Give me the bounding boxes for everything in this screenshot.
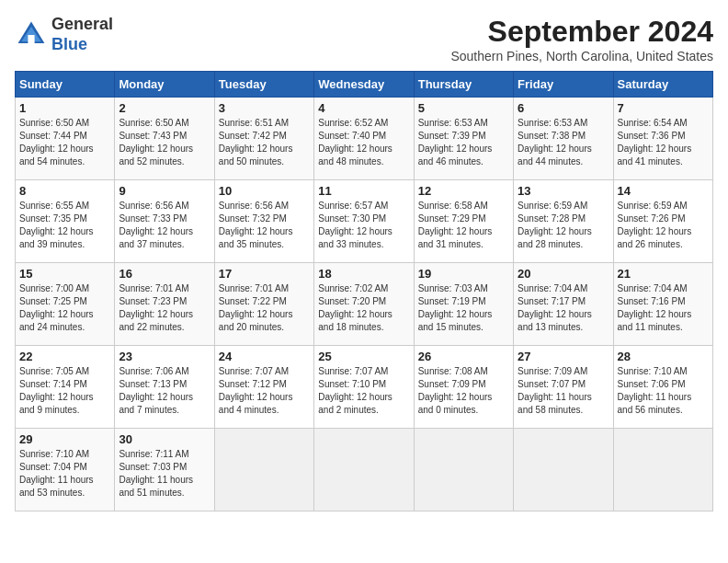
- day-info: Sunrise: 7:01 AMSunset: 7:23 PMDaylight:…: [119, 282, 210, 334]
- day-number: 30: [119, 432, 210, 446]
- day-info: Sunrise: 6:54 AMSunset: 7:36 PMDaylight:…: [618, 117, 709, 168]
- calendar-cell: 24Sunrise: 7:07 AMSunset: 7:12 PMDayligh…: [214, 346, 313, 429]
- day-info: Sunrise: 7:02 AMSunset: 7:20 PMDaylight:…: [318, 282, 409, 334]
- calendar-cell: [414, 429, 513, 511]
- svg-rect-2: [28, 35, 34, 43]
- day-number: 11: [318, 184, 409, 198]
- calendar-cell: 29Sunrise: 7:10 AMSunset: 7:04 PMDayligh…: [16, 429, 115, 511]
- day-number: 26: [418, 350, 509, 363]
- day-number: 18: [318, 267, 409, 281]
- title-area: September 2024 Southern Pines, North Car…: [450, 15, 713, 63]
- day-info: Sunrise: 7:04 AMSunset: 7:16 PMDaylight:…: [618, 282, 709, 334]
- calendar-cell: 17Sunrise: 7:01 AMSunset: 7:22 PMDayligh…: [214, 263, 313, 346]
- calendar-cell: 2Sunrise: 6:50 AMSunset: 7:43 PMDaylight…: [115, 98, 214, 180]
- calendar-cell: 4Sunrise: 6:52 AMSunset: 7:40 PMDaylight…: [314, 98, 414, 180]
- header: General Blue September 2024 Southern Pin…: [15, 15, 713, 63]
- day-number: 9: [119, 184, 210, 198]
- day-info: Sunrise: 6:58 AMSunset: 7:29 PMDaylight:…: [418, 200, 509, 251]
- weekday-header-friday: Friday: [514, 72, 613, 98]
- day-number: 10: [219, 184, 310, 198]
- day-info: Sunrise: 7:05 AMSunset: 7:14 PMDaylight:…: [19, 365, 110, 417]
- day-number: 7: [618, 101, 709, 115]
- calendar-cell: 27Sunrise: 7:09 AMSunset: 7:07 PMDayligh…: [514, 346, 613, 429]
- day-info: Sunrise: 6:55 AMSunset: 7:35 PMDaylight:…: [19, 200, 110, 251]
- month-title: September 2024: [450, 15, 713, 49]
- weekday-header-tuesday: Tuesday: [214, 72, 313, 98]
- day-number: 24: [219, 350, 310, 363]
- calendar-cell: 13Sunrise: 6:59 AMSunset: 7:28 PMDayligh…: [514, 180, 613, 263]
- calendar-cell: 19Sunrise: 7:03 AMSunset: 7:19 PMDayligh…: [414, 263, 513, 346]
- day-info: Sunrise: 7:01 AMSunset: 7:22 PMDaylight:…: [219, 282, 310, 334]
- calendar-cell: 15Sunrise: 7:00 AMSunset: 7:25 PMDayligh…: [16, 263, 115, 346]
- day-info: Sunrise: 7:07 AMSunset: 7:10 PMDaylight:…: [318, 365, 409, 417]
- day-number: 3: [219, 101, 310, 115]
- day-info: Sunrise: 7:09 AMSunset: 7:07 PMDaylight:…: [518, 365, 609, 417]
- calendar-cell: 23Sunrise: 7:06 AMSunset: 7:13 PMDayligh…: [115, 346, 214, 429]
- day-number: 22: [19, 350, 110, 363]
- day-number: 2: [119, 101, 210, 115]
- calendar-cell: 10Sunrise: 6:56 AMSunset: 7:32 PMDayligh…: [214, 180, 313, 263]
- calendar-cell: 5Sunrise: 6:53 AMSunset: 7:39 PMDaylight…: [414, 98, 513, 180]
- calendar-cell: 6Sunrise: 6:53 AMSunset: 7:38 PMDaylight…: [514, 98, 613, 180]
- calendar-cell: 18Sunrise: 7:02 AMSunset: 7:20 PMDayligh…: [314, 263, 414, 346]
- day-info: Sunrise: 6:53 AMSunset: 7:38 PMDaylight:…: [518, 117, 609, 168]
- weekday-header-wednesday: Wednesday: [314, 72, 414, 98]
- day-number: 29: [19, 432, 110, 446]
- calendar-cell: [613, 429, 712, 511]
- location: Southern Pines, North Carolina, United S…: [450, 49, 713, 63]
- weekday-header-monday: Monday: [115, 72, 214, 98]
- day-info: Sunrise: 6:50 AMSunset: 7:43 PMDaylight:…: [119, 117, 210, 168]
- day-info: Sunrise: 7:00 AMSunset: 7:25 PMDaylight:…: [19, 282, 110, 334]
- calendar-cell: [314, 429, 414, 511]
- day-info: Sunrise: 6:56 AMSunset: 7:32 PMDaylight:…: [219, 200, 310, 251]
- calendar: SundayMondayTuesdayWednesdayThursdayFrid…: [15, 71, 713, 511]
- calendar-cell: 3Sunrise: 6:51 AMSunset: 7:42 PMDaylight…: [214, 98, 313, 180]
- day-number: 1: [19, 101, 110, 115]
- day-info: Sunrise: 6:56 AMSunset: 7:33 PMDaylight:…: [119, 200, 210, 251]
- calendar-cell: 26Sunrise: 7:08 AMSunset: 7:09 PMDayligh…: [414, 346, 513, 429]
- calendar-cell: 30Sunrise: 7:11 AMSunset: 7:03 PMDayligh…: [115, 429, 214, 511]
- day-info: Sunrise: 7:08 AMSunset: 7:09 PMDaylight:…: [418, 365, 509, 417]
- calendar-cell: [214, 429, 313, 511]
- weekday-header-saturday: Saturday: [613, 72, 712, 98]
- logo: General Blue: [15, 15, 113, 54]
- day-info: Sunrise: 6:59 AMSunset: 7:28 PMDaylight:…: [518, 200, 609, 251]
- day-number: 12: [418, 184, 509, 198]
- day-number: 13: [518, 184, 609, 198]
- day-info: Sunrise: 7:11 AMSunset: 7:03 PMDaylight:…: [119, 448, 210, 500]
- logo-text: General Blue: [51, 15, 113, 54]
- calendar-cell: 8Sunrise: 6:55 AMSunset: 7:35 PMDaylight…: [16, 180, 115, 263]
- day-info: Sunrise: 6:51 AMSunset: 7:42 PMDaylight:…: [219, 117, 310, 168]
- calendar-cell: 7Sunrise: 6:54 AMSunset: 7:36 PMDaylight…: [613, 98, 712, 180]
- day-info: Sunrise: 6:52 AMSunset: 7:40 PMDaylight:…: [318, 117, 409, 168]
- logo-icon: [15, 18, 48, 52]
- calendar-cell: 12Sunrise: 6:58 AMSunset: 7:29 PMDayligh…: [414, 180, 513, 263]
- day-number: 21: [618, 267, 709, 281]
- day-number: 8: [19, 184, 110, 198]
- day-info: Sunrise: 7:07 AMSunset: 7:12 PMDaylight:…: [219, 365, 310, 417]
- day-number: 20: [518, 267, 609, 281]
- day-info: Sunrise: 7:10 AMSunset: 7:06 PMDaylight:…: [618, 365, 709, 417]
- calendar-cell: 20Sunrise: 7:04 AMSunset: 7:17 PMDayligh…: [514, 263, 613, 346]
- day-number: 17: [219, 267, 310, 281]
- day-number: 28: [618, 350, 709, 363]
- day-info: Sunrise: 7:10 AMSunset: 7:04 PMDaylight:…: [19, 448, 110, 500]
- day-number: 14: [618, 184, 709, 198]
- day-number: 4: [318, 101, 409, 115]
- weekday-header-sunday: Sunday: [16, 72, 115, 98]
- day-info: Sunrise: 6:50 AMSunset: 7:44 PMDaylight:…: [19, 117, 110, 168]
- day-number: 5: [418, 101, 509, 115]
- day-number: 25: [318, 350, 409, 363]
- day-number: 16: [119, 267, 210, 281]
- calendar-cell: 28Sunrise: 7:10 AMSunset: 7:06 PMDayligh…: [613, 346, 712, 429]
- calendar-cell: 9Sunrise: 6:56 AMSunset: 7:33 PMDaylight…: [115, 180, 214, 263]
- calendar-cell: 25Sunrise: 7:07 AMSunset: 7:10 PMDayligh…: [314, 346, 414, 429]
- day-number: 6: [518, 101, 609, 115]
- day-number: 27: [518, 350, 609, 363]
- day-info: Sunrise: 7:03 AMSunset: 7:19 PMDaylight:…: [418, 282, 509, 334]
- day-info: Sunrise: 6:57 AMSunset: 7:30 PMDaylight:…: [318, 200, 409, 251]
- day-info: Sunrise: 6:53 AMSunset: 7:39 PMDaylight:…: [418, 117, 509, 168]
- calendar-cell: 14Sunrise: 6:59 AMSunset: 7:26 PMDayligh…: [613, 180, 712, 263]
- day-info: Sunrise: 6:59 AMSunset: 7:26 PMDaylight:…: [618, 200, 709, 251]
- calendar-cell: 11Sunrise: 6:57 AMSunset: 7:30 PMDayligh…: [314, 180, 414, 263]
